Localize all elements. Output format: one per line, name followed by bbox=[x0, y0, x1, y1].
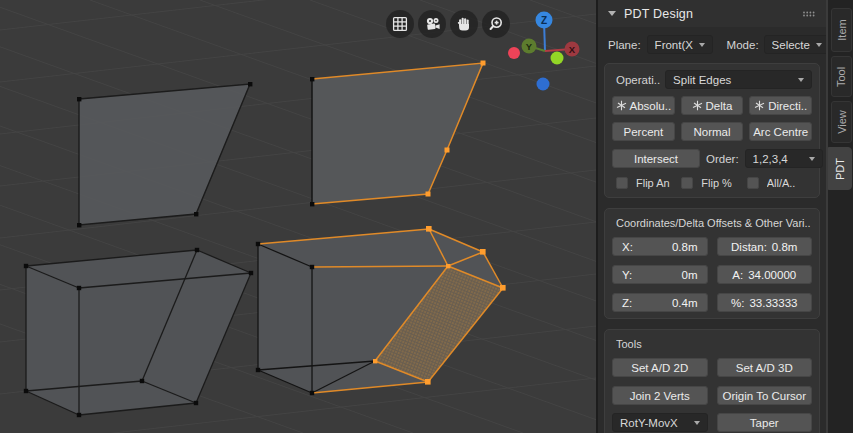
flip-percent-checkbox[interactable] bbox=[681, 177, 693, 189]
origin-to-cursor-button[interactable]: Origin To Cursor bbox=[717, 386, 813, 405]
gizmo-z-label: Z bbox=[541, 15, 547, 26]
tools-title: Tools bbox=[616, 338, 812, 350]
tab-item[interactable]: Item bbox=[831, 8, 852, 52]
blender-window: Y X Z bbox=[0, 0, 853, 433]
arc-centre-button[interactable]: Arc Centre bbox=[749, 122, 812, 141]
tab-tool[interactable]: Tool bbox=[831, 56, 852, 97]
mode-label: Mode: bbox=[727, 39, 759, 51]
3d-viewport[interactable]: Y X Z bbox=[0, 0, 596, 433]
tab-view[interactable]: View bbox=[831, 101, 852, 143]
grid-view-button[interactable] bbox=[386, 10, 414, 38]
axis-icon bbox=[616, 100, 627, 111]
distance-field[interactable]: Distan: 0.8m bbox=[717, 237, 813, 256]
viewport-scene: Y X Z bbox=[0, 0, 596, 433]
all-active-checkbox-item: All/A.. bbox=[747, 177, 812, 189]
join-2-verts-button[interactable]: Join 2 Verts bbox=[612, 386, 708, 405]
gizmo-y-neg-ball[interactable] bbox=[551, 52, 564, 65]
mesh-box-unselected[interactable] bbox=[24, 248, 253, 417]
all-active-checkbox[interactable] bbox=[747, 177, 759, 189]
sidebar-tabstrip: Item Tool View PDT bbox=[828, 0, 853, 433]
gizmo-x-neg-ball[interactable] bbox=[508, 47, 520, 59]
plane-label: Plane: bbox=[608, 39, 641, 51]
gizmo-x-label: X bbox=[569, 44, 576, 55]
viewport-toolbar bbox=[386, 10, 510, 38]
flip-percent-checkbox-item: Flip % bbox=[681, 177, 746, 189]
grid-view-icon bbox=[392, 16, 408, 32]
flip-angle-checkbox[interactable] bbox=[616, 177, 628, 189]
operation-dropdown[interactable]: Split Edges bbox=[665, 70, 812, 89]
camera-view-icon bbox=[424, 16, 441, 33]
collapse-triangle-icon[interactable] bbox=[608, 11, 616, 16]
operation-label: Operati.. bbox=[616, 74, 660, 86]
mode-dropdown[interactable]: Selected bbox=[764, 35, 826, 54]
order-dropdown[interactable]: 1,2,3,4 bbox=[745, 149, 823, 168]
taper-axis-dropdown[interactable]: RotY-MovX bbox=[612, 413, 708, 432]
chevron-down-icon bbox=[816, 43, 822, 47]
gizmo-z-neg-ball[interactable] bbox=[537, 78, 550, 91]
axis-icon bbox=[754, 100, 765, 111]
camera-view-button[interactable] bbox=[418, 10, 446, 38]
set-ad-2d-button[interactable]: Set A/D 2D bbox=[612, 358, 708, 377]
chevron-down-icon bbox=[699, 43, 705, 47]
zoom-view-button[interactable] bbox=[482, 10, 510, 38]
coordinates-section: Coordinates/Delta Offsets & Other Vari..… bbox=[604, 208, 820, 319]
absolute-button[interactable]: Absolu.. bbox=[612, 96, 675, 115]
mesh-quad-unselected[interactable] bbox=[77, 82, 252, 227]
percent-field[interactable]: %: 33.33333 bbox=[717, 293, 813, 312]
gizmo-y-label: Y bbox=[526, 41, 533, 52]
flip-angle-checkbox-item: Flip An bbox=[612, 177, 681, 189]
order-label: Order: bbox=[706, 153, 739, 165]
drag-grip-icon[interactable] bbox=[802, 10, 816, 18]
mesh-box-selected[interactable] bbox=[256, 226, 506, 395]
coordinates-title: Coordinates/Delta Offsets & Other Vari.. bbox=[616, 217, 812, 229]
taper-button[interactable]: Taper bbox=[717, 413, 813, 432]
pdt-design-panel: PDT Design Plane: Front(X.. Mode: Select… bbox=[596, 0, 826, 433]
chevron-down-icon bbox=[809, 157, 815, 161]
plane-dropdown[interactable]: Front(X.. bbox=[647, 35, 713, 54]
x-field[interactable]: X: 0.8m bbox=[612, 237, 708, 256]
axis-icon bbox=[692, 100, 703, 111]
direction-button[interactable]: Directi.. bbox=[749, 96, 812, 115]
pan-hand-icon bbox=[456, 16, 472, 32]
panel-header[interactable]: PDT Design bbox=[598, 0, 826, 27]
operations-section: Operati.. Split Edges Absolu.. bbox=[604, 63, 820, 198]
chevron-down-icon bbox=[798, 78, 804, 82]
z-field[interactable]: Z: 0.4m bbox=[612, 293, 708, 312]
nav-gizmo[interactable]: Y X Z bbox=[508, 12, 580, 91]
normal-button[interactable]: Normal bbox=[681, 122, 744, 141]
angle-field[interactable]: A: 34.00000 bbox=[717, 265, 813, 284]
set-ad-3d-button[interactable]: Set A/D 3D bbox=[717, 358, 813, 377]
delta-button[interactable]: Delta bbox=[681, 96, 744, 115]
panel-title: PDT Design bbox=[624, 7, 693, 21]
percent-button[interactable]: Percent bbox=[612, 122, 675, 141]
tools-section: Tools Set A/D 2D Set A/D 3D Join 2 Verts… bbox=[604, 329, 820, 433]
intersect-button[interactable]: Intersect bbox=[612, 149, 700, 168]
chevron-down-icon bbox=[694, 421, 700, 425]
pan-view-button[interactable] bbox=[450, 10, 478, 38]
y-field[interactable]: Y: 0m bbox=[612, 265, 708, 284]
zoom-plus-icon bbox=[488, 16, 504, 32]
tab-pdt[interactable]: PDT bbox=[828, 147, 852, 190]
